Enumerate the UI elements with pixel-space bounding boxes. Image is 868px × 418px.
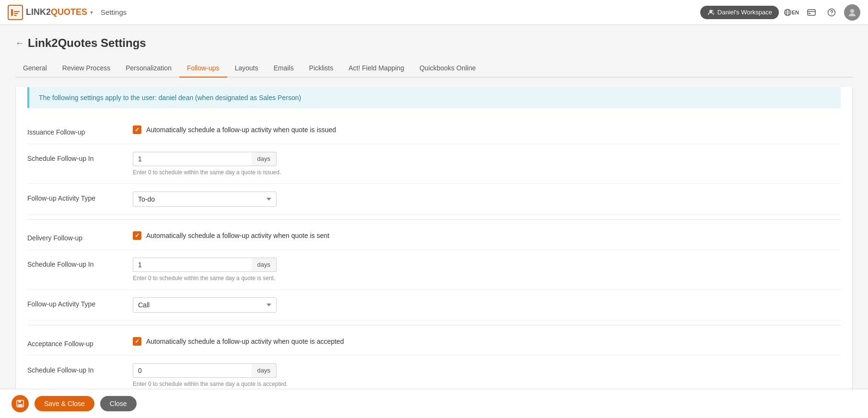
logo-text: LINK2QUOTES — [26, 7, 87, 17]
workspace-label: Daniel's Workspace — [718, 9, 772, 16]
workspace-icon — [707, 9, 715, 16]
workspace-button[interactable]: Daniel's Workspace — [700, 6, 779, 19]
logo-chevron-icon: ▾ — [90, 9, 93, 16]
schedule-input-group-acceptance: days — [133, 363, 277, 378]
svg-rect-11 — [808, 10, 815, 15]
avatar-icon — [847, 8, 857, 17]
nav-settings-label: Settings — [101, 8, 127, 16]
section-label-acceptance: Acceptance Follow-up — [27, 337, 133, 348]
schedule-hint-delivery: Enter 0 to schedule within the same day … — [133, 275, 841, 282]
lang-label: EN — [792, 10, 799, 15]
schedule-label-issuance: Schedule Follow-up In — [27, 152, 133, 162]
schedule-input-acceptance[interactable] — [133, 363, 252, 378]
section-label-issuance: Issuance Follow-up — [27, 125, 133, 136]
info-banner-text: The following settings apply to the user… — [39, 94, 301, 102]
tab-emails[interactable]: Emails — [266, 59, 301, 78]
schedule-input-group-issuance: days — [133, 152, 277, 166]
schedule-control-issuance: days Enter 0 to schedule within the same… — [133, 152, 841, 176]
schedule-suffix-delivery: days — [252, 258, 277, 272]
schedule-input-group-delivery: days — [133, 258, 277, 272]
schedule-suffix-issuance: days — [252, 152, 277, 166]
checkbox-label-delivery: Automatically schedule a follow-up activ… — [146, 232, 329, 239]
section-divider-0 — [27, 219, 841, 220]
page-title: Link2Quotes Settings — [28, 36, 146, 50]
card-icon — [807, 8, 816, 17]
section-checkbox-row-delivery: Automatically schedule a follow-up activ… — [133, 231, 841, 240]
activity-label-delivery: Follow-up Activity Type — [27, 297, 133, 308]
card-icon-button[interactable] — [804, 5, 819, 20]
section-divider-1 — [27, 325, 841, 326]
svg-rect-0 — [11, 9, 13, 16]
tab-general[interactable]: General — [15, 59, 55, 78]
logo-icon — [8, 5, 23, 20]
checkbox-label-issuance: Automatically schedule a follow-up activ… — [146, 126, 336, 134]
section-label-delivery: Delivery Follow-up — [27, 231, 133, 242]
schedule-control-acceptance: days Enter 0 to schedule within the same… — [133, 363, 841, 387]
svg-rect-18 — [18, 400, 21, 403]
svg-rect-3 — [14, 15, 17, 16]
schedule-hint-issuance: Enter 0 to schedule within the same day … — [133, 169, 841, 176]
schedule-control-delivery: days Enter 0 to schedule within the same… — [133, 258, 841, 282]
schedule-hint-acceptance: Enter 0 to schedule within the same day … — [133, 381, 841, 387]
save-icon — [16, 399, 24, 408]
save-close-button[interactable]: Save & Close — [35, 396, 94, 411]
section-checkbox-row-acceptance: Automatically schedule a follow-up activ… — [133, 337, 841, 346]
activity-control-delivery: To-doCallMeetingEmail — [133, 297, 841, 313]
activity-select-issuance[interactable]: To-doCallMeetingEmail — [133, 192, 277, 207]
avatar-button[interactable] — [844, 4, 860, 21]
activity-control-issuance: To-doCallMeetingEmail — [133, 192, 841, 207]
back-arrow[interactable]: ← — [15, 38, 24, 48]
globe-icon — [784, 8, 792, 17]
help-icon — [827, 8, 836, 17]
checkbox-acceptance[interactable] — [133, 337, 141, 346]
logo[interactable]: LINK2QUOTES ▾ — [8, 5, 93, 20]
checkbox-delivery[interactable] — [133, 231, 141, 240]
schedule-suffix-acceptance: days — [252, 363, 277, 378]
tab-follow-ups[interactable]: Follow-ups — [179, 59, 227, 78]
svg-point-5 — [712, 10, 713, 11]
schedule-input-issuance[interactable] — [133, 152, 252, 166]
schedule-row-delivery: Schedule Follow-up In days Enter 0 to sc… — [27, 250, 841, 290]
help-button[interactable] — [824, 5, 839, 20]
svg-rect-13 — [809, 13, 810, 14]
main-content: ← Link2Quotes Settings GeneralReview Pro… — [0, 25, 868, 418]
activity-label-issuance: Follow-up Activity Type — [27, 192, 133, 202]
section-checkbox-row-issuance: Automatically schedule a follow-up activ… — [133, 125, 841, 134]
info-banner: The following settings apply to the user… — [27, 87, 841, 108]
svg-point-16 — [850, 9, 854, 13]
bottom-bar: Save & Close Close — [0, 389, 868, 418]
checkbox-issuance[interactable] — [133, 125, 141, 134]
activity-row-delivery: Follow-up Activity Type To-doCallMeeting… — [27, 290, 841, 321]
schedule-label-delivery: Schedule Follow-up In — [27, 258, 133, 268]
section-header-issuance: Issuance Follow-up Automatically schedul… — [27, 118, 841, 144]
top-nav: LINK2QUOTES ▾ Settings Daniel's Workspac… — [0, 0, 868, 25]
close-button[interactable]: Close — [100, 396, 137, 411]
section-header-acceptance: Acceptance Follow-up Automatically sched… — [27, 329, 841, 356]
svg-point-4 — [709, 10, 712, 12]
tab-review-process[interactable]: Review Process — [55, 59, 118, 78]
svg-point-15 — [831, 14, 832, 15]
section-header-delivery: Delivery Follow-up Automatically schedul… — [27, 224, 841, 250]
svg-rect-19 — [18, 404, 23, 407]
tab-picklists[interactable]: Picklists — [301, 59, 341, 78]
form-section: Issuance Follow-up Automatically schedul… — [16, 118, 852, 418]
activity-row-issuance: Follow-up Activity Type To-doCallMeeting… — [27, 184, 841, 215]
nav-left: LINK2QUOTES ▾ Settings — [8, 5, 127, 20]
schedule-row-issuance: Schedule Follow-up In days Enter 0 to sc… — [27, 144, 841, 184]
save-icon-button[interactable] — [12, 395, 29, 412]
nav-right: Daniel's Workspace EN — [700, 4, 860, 21]
tab-act-field-mapping[interactable]: Act! Field Mapping — [341, 59, 412, 78]
schedule-input-delivery[interactable] — [133, 258, 252, 272]
language-button[interactable]: EN — [784, 5, 799, 20]
svg-rect-1 — [14, 11, 20, 12]
tab-quickbooks-online[interactable]: Quickbooks Online — [412, 59, 484, 78]
schedule-label-acceptance: Schedule Follow-up In — [27, 363, 133, 374]
tab-layouts[interactable]: Layouts — [227, 59, 266, 78]
settings-panel: The following settings apply to the user… — [15, 87, 853, 418]
tabs: GeneralReview ProcessPersonalizationFoll… — [15, 59, 853, 78]
svg-rect-2 — [14, 13, 18, 14]
tab-personalization[interactable]: Personalization — [118, 59, 179, 78]
page-header: ← Link2Quotes Settings — [15, 36, 853, 50]
checkbox-label-acceptance: Automatically schedule a follow-up activ… — [146, 338, 344, 345]
activity-select-delivery[interactable]: To-doCallMeetingEmail — [133, 297, 277, 313]
